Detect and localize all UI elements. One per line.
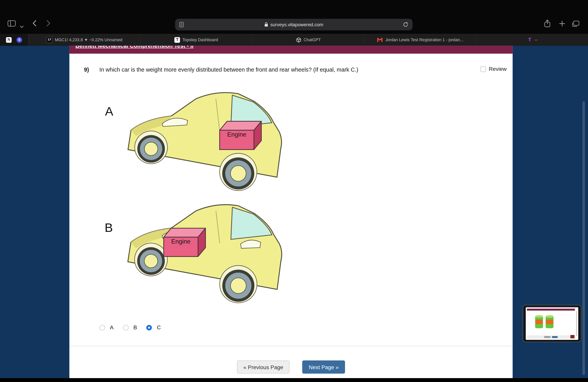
car-b-illustration: Engine (122, 195, 282, 305)
forward-button[interactable] (46, 20, 51, 28)
new-tab-button[interactable] (559, 20, 566, 28)
page-background: Bennett Mechanical Comprehension Test - … (0, 46, 588, 378)
tab-tradingview[interactable]: 17 MGC1! 4,233.8 ▼ −0.22% Unnamed (28, 34, 140, 46)
sidebar-chevron-button[interactable] (20, 23, 23, 30)
answer-options: A B C (99, 324, 161, 330)
sidebar-toggle-button[interactable] (8, 20, 16, 28)
page-scrollbar[interactable] (582, 101, 585, 375)
browser-window: surveys.vitapowered.com (0, 0, 588, 382)
tab-label: Jordan Lewis Test Registration 1 - jorda… (385, 38, 463, 42)
review-checkbox[interactable] (481, 66, 486, 72)
forward-arrow-icon (46, 20, 51, 27)
url-text: surveys.vitapowered.com (270, 22, 323, 27)
screen-share-thumbnail[interactable] (523, 305, 581, 342)
notion-icon: N (7, 38, 10, 42)
sidebar-icon (8, 20, 16, 27)
engine-label: Engine (171, 238, 190, 245)
previous-page-button[interactable]: « Previous Page (237, 361, 290, 374)
tab-label: Topstep Dashboard (182, 38, 218, 42)
thumbnail-corner-icon (570, 335, 574, 338)
thumbnail-can-right (546, 316, 554, 328)
reload-button[interactable] (403, 22, 408, 29)
chevron-down-icon (20, 25, 23, 28)
screen: surveys.vitapowered.com (0, 0, 588, 382)
tab-label: -- (535, 38, 537, 42)
thumbnail-can-left (535, 316, 543, 328)
radio-c-selected[interactable] (147, 325, 152, 330)
engine-box-rear: Engine (220, 121, 262, 150)
page-settings-icon[interactable] (179, 22, 184, 29)
option-c: C (147, 324, 161, 330)
question-number: 9) (84, 66, 89, 73)
browser-toolbar: surveys.vitapowered.com (0, 0, 588, 46)
radio-a[interactable] (99, 325, 105, 330)
survey-header-bar: Bennett Mechanical Comprehension Test - … (69, 46, 513, 53)
figure-b-label: B (105, 221, 113, 235)
next-page-button[interactable]: Next Page » (302, 361, 345, 374)
thumbnail-pagination (527, 335, 575, 339)
tab-label: ChatGPT (304, 38, 321, 42)
lock-icon (264, 22, 268, 27)
tab-gmail-jordan-lewis[interactable]: Jordan Lewis Test Registration 1 - jorda… (364, 34, 476, 46)
question-text: In which car is the weight more evenly d… (99, 66, 459, 73)
topstep-icon: T (174, 37, 180, 42)
engine-box-front: Engine (164, 228, 206, 256)
car-a-illustration: Engine (122, 83, 282, 192)
thumbnail-scrollbar (576, 311, 577, 336)
option-a: A (99, 324, 114, 330)
tradingview-icon: 17 (46, 37, 53, 43)
pinned-tab-s-app[interactable]: S (17, 37, 22, 42)
tab-chatgpt[interactable]: ChatGPT (252, 34, 364, 46)
thumbnail-prev-button (544, 336, 550, 338)
bottom-screen-edge (0, 378, 588, 382)
thumbnail-next-button (552, 336, 558, 338)
address-bar[interactable]: surveys.vitapowered.com (175, 19, 413, 30)
option-b: B (123, 324, 137, 330)
option-b-label: B (133, 324, 137, 330)
tab-overview-button[interactable] (572, 21, 579, 28)
share-button[interactable] (544, 20, 550, 29)
tab-topstep-dashboard[interactable]: T Topstep Dashboard (140, 34, 252, 46)
figure-a-label: A (105, 104, 113, 118)
survey-content: Bennett Mechanical Comprehension Test - … (69, 46, 513, 378)
option-a-label: A (110, 324, 114, 330)
plus-icon (559, 20, 566, 27)
survey-title: Bennett Mechanical Comprehension Test - … (75, 46, 193, 49)
back-arrow-icon (32, 20, 37, 27)
review-label: Review (489, 66, 507, 72)
section-divider (69, 346, 513, 346)
share-icon (544, 20, 550, 27)
pagination: « Previous Page Next Page » (69, 361, 513, 374)
review-control: Review (481, 66, 506, 72)
gmail-icon (377, 38, 383, 42)
tabs-overview-icon (572, 21, 579, 27)
tab-t[interactable]: T -- (476, 34, 588, 46)
s-app-icon: S (18, 38, 21, 42)
tab-label: MGC1! 4,233.8 ▼ −0.22% Unnamed (55, 38, 122, 42)
pinned-tab-notion[interactable]: N (6, 37, 12, 42)
radio-b[interactable] (123, 325, 128, 330)
engine-label: Engine (227, 131, 246, 138)
tab-bar: N S 17 MGC1! 4,233.8 ▼ −0.22% Unnamed T … (0, 34, 588, 46)
t-letter-icon: T (527, 37, 533, 42)
option-c-label: C (157, 324, 161, 330)
thumbnail-browser-bar (526, 307, 578, 308)
back-button[interactable] (32, 20, 37, 28)
thumbnail-header-bar (527, 309, 575, 311)
pinned-tabs: N S (0, 34, 28, 46)
thumbnail-page (526, 307, 578, 340)
chatgpt-icon (296, 37, 301, 42)
reload-icon (403, 22, 408, 27)
url-display: surveys.vitapowered.com (264, 22, 323, 27)
